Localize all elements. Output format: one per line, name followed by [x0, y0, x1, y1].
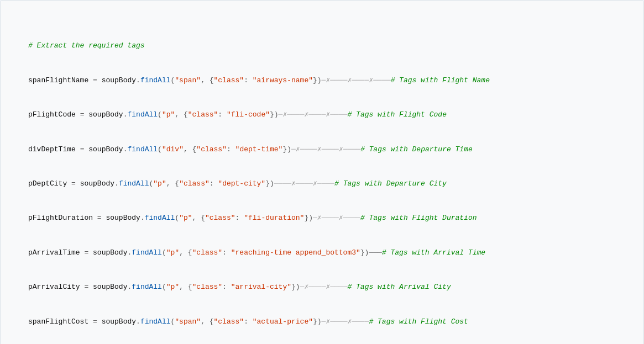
- code-line-6: pFlightDuration = soupBody.findAll("p", …: [6, 213, 632, 224]
- code-editor: # Extract the required tags spanFlightNa…: [0, 0, 644, 344]
- code-line-5: pDeptCity = soupBody.findAll("p", {"clas…: [6, 178, 632, 190]
- code-line-3: pFlightCode = soupBody.findAll("p", {"cl…: [6, 109, 632, 121]
- code-line-9: spanFlightCost = soupBody.findAll("span"…: [6, 316, 632, 328]
- code-line-2: spanFlightName = soupBody.findAll("span"…: [6, 75, 632, 87]
- code-content: # Extract the required tags spanFlightNa…: [1, 6, 643, 344]
- code-line-8: pArrivalCity = soupBody.findAll("p", {"c…: [6, 282, 632, 293]
- code-line-1: # Extract the required tags: [6, 40, 632, 52]
- code-line-7: pArrivalTime = soupBody.findAll("p", {"c…: [6, 247, 632, 259]
- code-line-4: divDeptTime = soupBody.findAll("div", {"…: [6, 144, 632, 156]
